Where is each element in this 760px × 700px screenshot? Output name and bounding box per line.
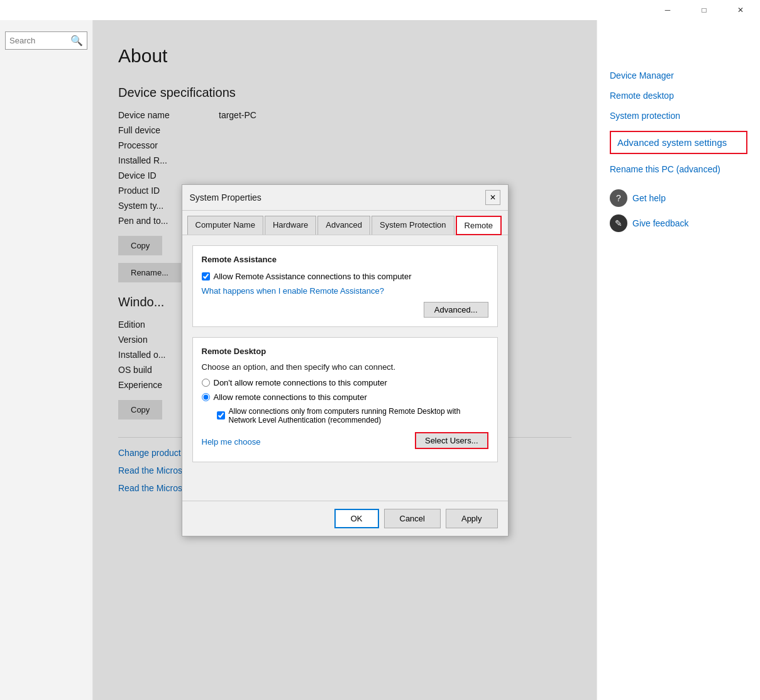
tab-system-protection[interactable]: System Protection: [372, 216, 454, 235]
apply-button[interactable]: Apply: [446, 509, 498, 528]
nla-checkbox-row: Allow connections only from computers ru…: [217, 407, 488, 425]
radio-dont-allow-row: Don't allow remote connections to this c…: [202, 378, 488, 387]
main-layout: 🔍 About Device specifications Device nam…: [0, 20, 760, 700]
remote-desktop-title: Remote Desktop: [202, 347, 488, 356]
radio-allow-row: Allow remote connections to this compute…: [202, 392, 488, 402]
dialog-titlebar: System Properties ✕: [182, 185, 508, 211]
radio-allow[interactable]: [202, 393, 210, 401]
remote-assistance-title: Remote Assistance: [202, 255, 488, 264]
close-button[interactable]: ✕: [726, 0, 755, 20]
dialog-tabs: Computer Name Hardware Advanced System P…: [182, 211, 508, 235]
titlebar: ─ □ ✕: [0, 0, 760, 20]
remote-assistance-link[interactable]: What happens when I enable Remote Assist…: [202, 286, 488, 296]
remote-assistance-checkbox[interactable]: [202, 272, 210, 281]
system-protection-link[interactable]: System protection: [610, 111, 747, 121]
get-help-link[interactable]: Get help: [632, 193, 666, 203]
dialog-content: Remote Assistance Allow Remote Assistanc…: [182, 235, 508, 501]
advanced-button[interactable]: Advanced...: [424, 302, 488, 318]
remote-assistance-checkbox-row: Allow Remote Assistance connections to t…: [202, 272, 488, 281]
search-icon: 🔍: [70, 35, 83, 47]
minimize-button[interactable]: ─: [653, 0, 682, 20]
nla-checkbox[interactable]: [217, 411, 225, 419]
system-properties-dialog: System Properties ✕ Computer Name Hardwa…: [182, 184, 509, 536]
sidebar: 🔍: [0, 20, 93, 700]
right-panel: Device Manager Remote desktop System pro…: [597, 20, 760, 700]
select-users-button[interactable]: Select Users...: [415, 432, 488, 449]
tab-hardware[interactable]: Hardware: [265, 216, 316, 235]
ok-button[interactable]: OK: [334, 509, 379, 528]
dialog-close-button[interactable]: ✕: [485, 190, 500, 205]
give-feedback-item: ✎ Give feedback: [610, 214, 747, 232]
tab-advanced[interactable]: Advanced: [317, 216, 370, 235]
dialog-title: System Properties: [190, 192, 262, 203]
remote-desktop-section: Remote Desktop Choose an option, and the…: [192, 337, 498, 462]
remote-desktop-link[interactable]: Remote desktop: [610, 91, 747, 101]
advanced-system-settings-link[interactable]: Advanced system settings: [610, 131, 747, 154]
remote-assistance-checkbox-label: Allow Remote Assistance connections to t…: [214, 272, 412, 281]
give-feedback-link[interactable]: Give feedback: [632, 218, 689, 228]
dialog-overlay: System Properties ✕ Computer Name Hardwa…: [93, 20, 597, 700]
give-feedback-icon: ✎: [610, 214, 627, 232]
cancel-button[interactable]: Cancel: [384, 509, 441, 528]
tab-computer-name[interactable]: Computer Name: [187, 216, 263, 235]
nla-checkbox-label: Allow connections only from computers ru…: [229, 407, 488, 425]
tab-remote[interactable]: Remote: [456, 216, 502, 235]
radio-dont-allow[interactable]: [202, 379, 210, 387]
get-help-icon: ?: [610, 189, 627, 207]
get-help-item: ? Get help: [610, 189, 747, 207]
rename-pc-link[interactable]: Rename this PC (advanced): [610, 164, 747, 174]
radio-dont-allow-label: Don't allow remote connections to this c…: [214, 378, 387, 387]
help-me-choose-link[interactable]: Help me choose: [202, 437, 261, 447]
device-manager-link[interactable]: Device Manager: [610, 70, 747, 81]
radio-allow-label: Allow remote connections to this compute…: [214, 392, 367, 402]
search-input[interactable]: [9, 36, 70, 45]
remote-desktop-desc: Choose an option, and then specify who c…: [202, 362, 488, 372]
main-content: About Device specifications Device name …: [93, 20, 597, 700]
remote-assistance-section: Remote Assistance Allow Remote Assistanc…: [192, 245, 498, 327]
search-box[interactable]: 🔍: [5, 31, 87, 50]
maximize-button[interactable]: □: [690, 0, 719, 20]
dialog-footer: OK Cancel Apply: [182, 501, 508, 536]
